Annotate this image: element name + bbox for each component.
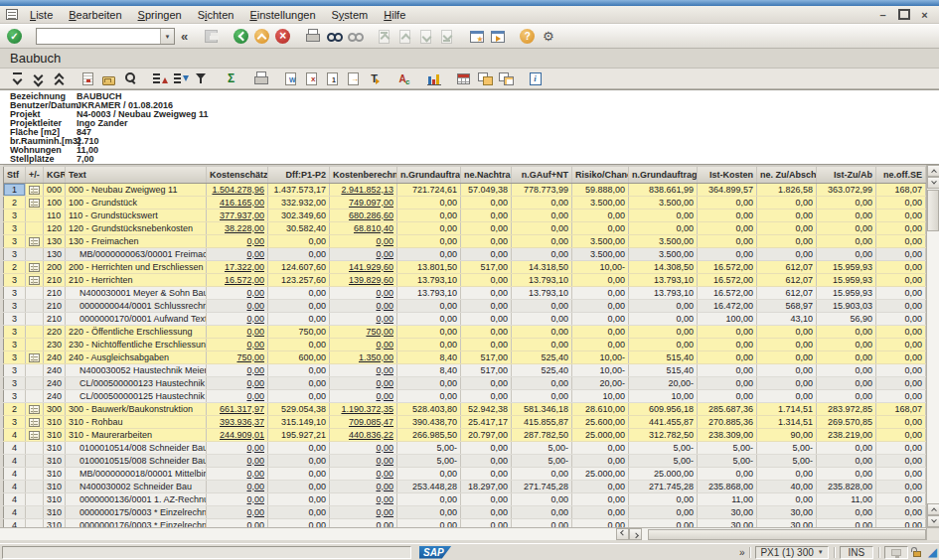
column-header[interactable]: Text xyxy=(66,166,207,183)
insert-mode-field[interactable]: INS xyxy=(840,546,873,559)
table-row[interactable]: 3130MB/0000000063/00001 Freimachen0,000,… xyxy=(4,247,926,260)
table-row[interactable]: 2200200 - Herrichten und Erschliessen17.… xyxy=(4,260,926,273)
amount-drilldown-link[interactable]: 0,00 xyxy=(330,338,397,350)
amount-drilldown-link[interactable]: 1.350,00 xyxy=(330,350,397,363)
table-row[interactable]: 43100100010515/008 Schneider Bau0,000,00… xyxy=(4,454,926,467)
amount-drilldown-link[interactable]: 1.190.372,35 xyxy=(330,402,397,415)
graphic-button[interactable] xyxy=(423,70,444,88)
amount-drilldown-link[interactable]: 416.165,00 xyxy=(207,196,268,209)
column-header[interactable]: KGR xyxy=(44,166,66,183)
column-header[interactable]: Dff:P1-P2 xyxy=(268,166,330,183)
expand-collapse-icon[interactable] xyxy=(29,276,40,285)
command-field[interactable]: ▼ xyxy=(36,28,175,45)
resize-grip[interactable]: ◢ xyxy=(928,546,937,558)
back-button[interactable] xyxy=(231,26,251,47)
amount-drilldown-link[interactable]: 749.097,00 xyxy=(330,196,397,209)
expand-collapse-icon[interactable] xyxy=(29,353,40,362)
vertical-scroll-track[interactable] xyxy=(927,232,939,503)
scroll-down-button[interactable] xyxy=(927,177,939,189)
open-folder-button[interactable] xyxy=(98,70,119,88)
table-row[interactable]: 3120120 - Grundstücksnebenkosten38.228,0… xyxy=(4,221,926,234)
amount-drilldown-link[interactable]: 0,00 xyxy=(330,299,397,312)
table-row[interactable]: 3230230 - Nichtöffentliche Erschliessung… xyxy=(4,338,926,350)
table-row[interactable]: 2100100 - Grundstück416.165,00332.932,00… xyxy=(4,196,926,209)
column-header[interactable]: Kostenschätzung xyxy=(207,166,268,183)
sum-button[interactable] xyxy=(221,70,241,88)
amount-drilldown-link[interactable]: 0,00 xyxy=(207,505,268,518)
amount-drilldown-link[interactable]: 17.322,00 xyxy=(207,260,268,273)
table-row[interactable]: 3130130 - Freimachen0,000,000,000,000,00… xyxy=(4,234,926,247)
amount-drilldown-link[interactable]: 0,00 xyxy=(207,338,268,350)
amount-drilldown-link[interactable]: 0,00 xyxy=(207,286,268,299)
expand-all-button[interactable] xyxy=(27,70,48,88)
collapse-button[interactable] xyxy=(48,70,69,88)
amount-drilldown-link[interactable]: 0,00 xyxy=(207,492,268,505)
table-row[interactable]: 3110110 - Grundstückswert377.937,00302.3… xyxy=(4,209,926,221)
window-menu-icon[interactable] xyxy=(6,9,18,20)
amount-drilldown-link[interactable]: 0,00 xyxy=(330,467,397,480)
exit-button[interactable] xyxy=(251,26,272,47)
collapse-history-button[interactable]: « xyxy=(177,29,192,44)
amount-drilldown-link[interactable]: 393.936,37 xyxy=(207,415,268,428)
amount-drilldown-link[interactable]: 0,00 xyxy=(330,492,397,505)
amount-drilldown-link[interactable]: 0,00 xyxy=(207,389,268,402)
menu-sichten[interactable]: Sichten xyxy=(190,8,242,22)
amount-drilldown-link[interactable]: 0,00 xyxy=(330,480,397,492)
sort-asc-button[interactable] xyxy=(149,70,170,88)
table-row[interactable]: 3210N400030001 Meyer & Sohn Bau Gmb0,000… xyxy=(4,286,926,299)
amount-drilldown-link[interactable]: 38.228,00 xyxy=(207,221,268,234)
close-button[interactable]: × xyxy=(916,8,933,21)
expand-collapse-icon[interactable] xyxy=(29,263,40,272)
print-button[interactable] xyxy=(250,70,271,88)
table-row[interactable]: 4310310 - Maurerarbeiten244.909,01195.92… xyxy=(4,428,926,441)
table-row[interactable]: 43100000000175/0003 * Einzelrechnung0,00… xyxy=(4,505,926,518)
maximize-button[interactable] xyxy=(895,8,912,21)
new-session-button[interactable] xyxy=(466,26,487,47)
enter-button[interactable] xyxy=(4,26,25,47)
assign-button[interactable] xyxy=(495,70,516,88)
search-button[interactable] xyxy=(119,70,140,88)
find-button[interactable] xyxy=(323,26,344,47)
command-input[interactable] xyxy=(37,29,160,44)
help-button[interactable] xyxy=(517,26,538,47)
amount-drilldown-link[interactable]: 0,00 xyxy=(330,286,397,299)
chevron-down-icon[interactable]: ▼ xyxy=(818,549,824,555)
info-button[interactable] xyxy=(525,70,546,88)
amount-drilldown-link[interactable]: 0,00 xyxy=(207,299,268,312)
scroll-up-button-bottom[interactable] xyxy=(927,503,939,515)
print-button[interactable] xyxy=(302,26,323,47)
amount-drilldown-link[interactable]: 750,00 xyxy=(330,325,397,338)
amount-drilldown-link[interactable]: 0,00 xyxy=(207,325,268,338)
scroll-right-button[interactable] xyxy=(629,528,642,540)
amount-drilldown-link[interactable]: 709.085,47 xyxy=(330,415,397,428)
expand-collapse-icon[interactable] xyxy=(29,405,40,414)
amount-drilldown-link[interactable]: 0,00 xyxy=(330,518,397,527)
table-row[interactable]: 3240N400030052 Haustechnik Meier0,000,00… xyxy=(4,363,926,376)
table-row[interactable]: 43100100010514/008 Schneider Bau0,000,00… xyxy=(4,441,926,454)
table-row[interactable]: 3310310 - Rohbau393.936,37315.149,10709.… xyxy=(4,415,926,428)
amount-drilldown-link[interactable]: 440.836,22 xyxy=(330,428,397,441)
horizontal-scroll-thumb[interactable] xyxy=(648,529,926,540)
word-export-button[interactable] xyxy=(280,70,301,88)
column-header[interactable]: n.Grundauftrag* xyxy=(629,166,698,183)
amount-drilldown-link[interactable]: 139.829,60 xyxy=(330,273,397,286)
amount-drilldown-link[interactable]: 16.572,00 xyxy=(207,273,268,286)
amount-drilldown-link[interactable]: 0,00 xyxy=(207,441,268,454)
amount-drilldown-link[interactable]: 0,00 xyxy=(330,389,397,402)
amount-drilldown-link[interactable]: 244.909,01 xyxy=(207,428,268,441)
column-select-button[interactable] xyxy=(364,70,385,88)
scroll-left-button[interactable] xyxy=(616,528,629,540)
office-integration-button[interactable] xyxy=(474,70,495,88)
table-row[interactable]: 43100000000136/0001 1. AZ-Rechnung0,000,… xyxy=(4,492,926,505)
menu-bearbeiten[interactable]: Bearbeiten xyxy=(61,8,129,22)
table-row[interactable]: 4310MB/0000000018/00001 Mittelbindung0,0… xyxy=(4,467,926,480)
detail-list-button[interactable] xyxy=(78,70,98,88)
command-dropdown-icon[interactable]: ▼ xyxy=(160,29,174,44)
amount-drilldown-link[interactable]: 0,00 xyxy=(207,480,268,492)
amount-drilldown-link[interactable]: 0,00 xyxy=(330,234,397,247)
column-header[interactable]: n.GAuf+NT xyxy=(512,166,572,183)
sort-desc-button[interactable] xyxy=(170,70,191,88)
amount-drilldown-link[interactable]: 0,00 xyxy=(330,363,397,376)
table-row[interactable]: 3240CL/000500000123 Haustechnik Meier0,0… xyxy=(4,376,926,389)
column-header[interactable]: Risiko/Chance xyxy=(572,166,629,183)
